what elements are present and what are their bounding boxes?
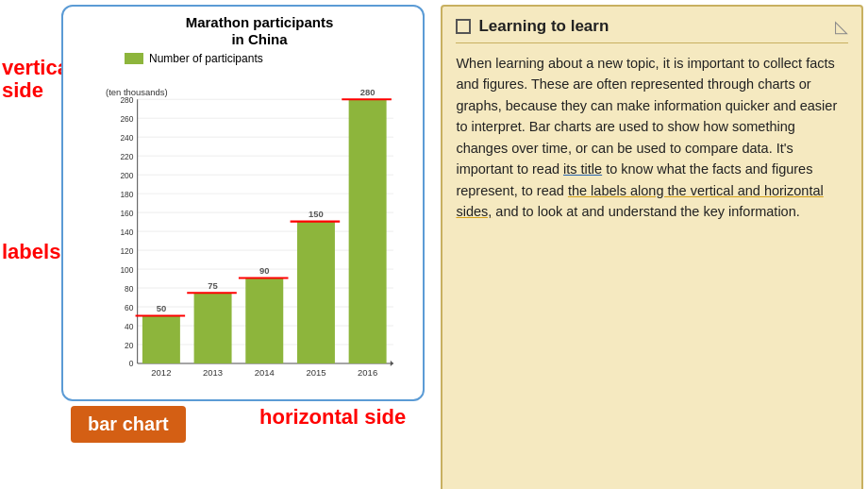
- right-panel-header: Learning to learn ◺: [456, 16, 848, 43]
- bar-2015: [297, 222, 335, 363]
- svg-text:220: 220: [120, 152, 133, 161]
- left-panel: vertical side labels horizontal side bar…: [0, 0, 441, 489]
- right-panel-body: When learning about a new topic, it is i…: [456, 53, 848, 223]
- svg-text:280: 280: [120, 95, 133, 105]
- right-panel: Learning to learn ◺ When learning about …: [441, 5, 863, 489]
- bar-2016: [349, 99, 387, 363]
- panel-icon: [456, 19, 471, 34]
- x-axis-arrow: [391, 361, 393, 366]
- svg-text:60: 60: [125, 303, 134, 312]
- bar-chart-svg: (ten thousands) 0 20 40 60: [106, 69, 413, 390]
- x-label-2016: 2016: [358, 367, 377, 378]
- svg-text:100: 100: [120, 265, 133, 275]
- annotation-horizontal-side: horizontal side: [259, 406, 410, 429]
- x-label-2014: 2014: [255, 367, 275, 378]
- right-panel-title: Learning to learn: [478, 17, 609, 36]
- annotation-vertical-side: vertical side: [2, 57, 54, 102]
- svg-text:180: 180: [120, 190, 133, 199]
- svg-text:280: 280: [360, 87, 376, 97]
- bar-2014: [245, 278, 283, 363]
- annotation-labels: labels: [2, 241, 54, 263]
- bar-2013: [194, 293, 232, 363]
- svg-text:160: 160: [120, 209, 133, 218]
- x-label-2012: 2012: [151, 367, 171, 378]
- bar-chart-label: bar chart: [71, 406, 186, 443]
- svg-text:240: 240: [120, 133, 133, 143]
- bar-2012: [142, 315, 180, 363]
- svg-text:200: 200: [120, 171, 133, 180]
- x-label-2015: 2015: [306, 367, 326, 378]
- svg-text:75: 75: [208, 280, 218, 291]
- svg-text:50: 50: [157, 303, 167, 313]
- right-panel-title-row: Learning to learn: [456, 17, 609, 36]
- legend-label: Number of participants: [149, 52, 263, 65]
- chart-box: Marathon participants in China Number of…: [61, 5, 425, 401]
- y-axis-label: (ten thousands): [106, 87, 168, 97]
- svg-text:120: 120: [120, 246, 133, 256]
- chart-legend: Number of participants: [125, 52, 413, 65]
- svg-text:150: 150: [309, 209, 324, 219]
- svg-text:20: 20: [125, 341, 134, 350]
- underline-title: its title: [563, 161, 602, 177]
- chart-svg-wrapper: (ten thousands) 0 20 40 60: [106, 69, 413, 390]
- svg-text:260: 260: [120, 114, 133, 124]
- svg-text:40: 40: [125, 322, 134, 331]
- x-label-2013: 2013: [203, 367, 223, 378]
- svg-text:0: 0: [129, 359, 134, 368]
- chart-title: Marathon participants in China: [106, 14, 413, 48]
- corner-icon: ◺: [835, 16, 848, 37]
- svg-text:80: 80: [125, 284, 134, 294]
- legend-color-box: [125, 53, 143, 64]
- underline-labels: the labels along the vertical and horizo…: [456, 183, 823, 219]
- svg-text:90: 90: [259, 265, 270, 276]
- svg-text:140: 140: [120, 228, 133, 237]
